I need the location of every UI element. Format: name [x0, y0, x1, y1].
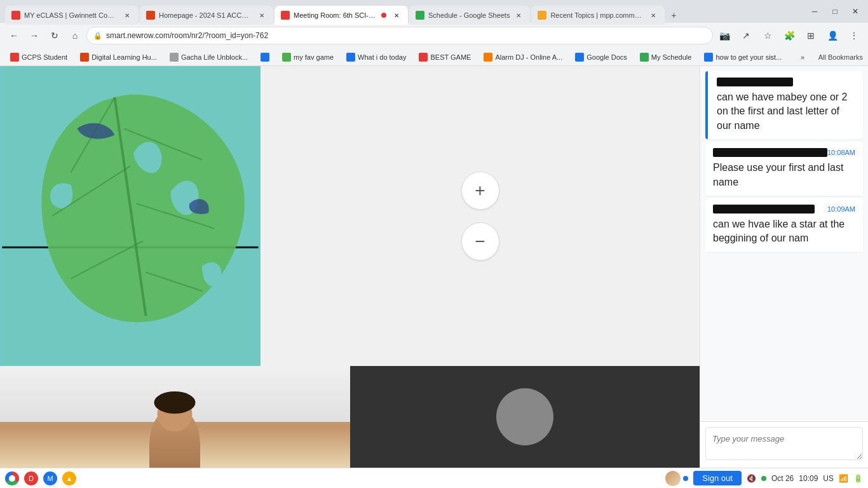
reload-button[interactable]: ↻ — [46, 27, 64, 44]
bookmark-favicon-bestgame — [419, 53, 428, 62]
tab-d2l[interactable]: Homepage - 2024 S1 ACCELER... ✕ — [140, 6, 273, 25]
bookmark-docs[interactable]: Google Docs — [570, 51, 632, 63]
tab-sheets[interactable]: Schedule - Google Sheets ✕ — [409, 6, 530, 25]
bookmark-favicon-gacha — [170, 53, 179, 62]
tab-close-meeting[interactable]: ✕ — [391, 10, 402, 20]
bookmark-schedule[interactable]: My Schedule — [635, 51, 697, 63]
chat-messages: can we have mabey one or 2 on the first … — [700, 66, 868, 421]
video-tile-avatar — [350, 366, 700, 468]
zoom-in-button[interactable]: + — [461, 172, 499, 210]
region-display: US — [823, 474, 834, 483]
message-sender-2 — [713, 148, 827, 157]
bookmark-d2l[interactable]: Digital Learning Hu... — [75, 51, 162, 63]
home-button[interactable]: ⌂ — [66, 27, 84, 44]
all-bookmarks[interactable]: All Bookmarks — [818, 53, 863, 61]
controls-area: + − — [261, 66, 700, 366]
message-text-3: can we hvae like a star at the beggining… — [713, 217, 855, 246]
bookmark-favicon-whatido — [346, 53, 355, 62]
video-strip — [0, 366, 700, 468]
bookmark-unknown[interactable] — [255, 51, 275, 63]
bookmark-label-sister: how to get your sist... — [715, 53, 782, 61]
message-text-1: can we have mabey one or 2 on the first … — [717, 90, 855, 133]
close-button[interactable]: ✕ — [848, 4, 863, 19]
title-bar-controls: ─ □ ✕ — [807, 4, 863, 19]
tabs-area: MY eCLASS | Gwinnett County F... ✕ Homep… — [5, 0, 804, 23]
tab-label-eclass: MY eCLASS | Gwinnett County F... — [24, 11, 118, 19]
extension2-button[interactable]: ⊞ — [802, 27, 820, 44]
bookmark-gacha[interactable]: Gacha Life Unblock... — [165, 51, 253, 63]
minimize-button[interactable]: ─ — [807, 4, 822, 19]
tab-recording-indicator — [381, 13, 386, 18]
status-bar: D M ▲ Sign out 🔇 Oct 26 10:09 US 📶 🔋 — [0, 468, 868, 488]
zoom-out-button[interactable]: − — [461, 222, 499, 261]
tab-eclass[interactable]: MY eCLASS | Gwinnett County F... ✕ — [5, 6, 139, 25]
tab-close-eclass[interactable]: ✕ — [122, 10, 132, 20]
volume-icon: 🔇 — [747, 474, 756, 483]
tab-community[interactable]: Recent Topics | mpp.communi... ✕ — [531, 6, 665, 25]
chat-input[interactable] — [705, 427, 863, 460]
zoom-out-icon: − — [475, 231, 485, 252]
bookmark-label-whatido: What i do today — [358, 53, 406, 61]
profile-button[interactable]: 👤 — [824, 27, 841, 44]
message-sender-1 — [717, 78, 793, 86]
status-avatar-img — [665, 471, 681, 486]
chat-input-area — [700, 421, 868, 468]
leaf-background — [0, 66, 261, 366]
message-time-3: 10:09AM — [827, 205, 855, 213]
forward-button[interactable]: → — [25, 27, 43, 44]
tab-favicon-meeting — [281, 11, 290, 20]
battery-icon: 🔋 — [853, 474, 863, 483]
chat-message-2: 10:08AM Please use your first and last n… — [705, 142, 863, 196]
message-header-3: 10:09AM — [713, 205, 855, 214]
tab-label-meeting: Meeting Room: 6th SCI-Wa... — [294, 11, 377, 19]
online-indicator — [761, 476, 766, 481]
bookmark-favicon-alarm — [484, 53, 492, 62]
bookmark-label-schedule: My Schedule — [651, 53, 692, 61]
menu-button[interactable]: ⋮ — [845, 27, 863, 44]
tray-meet-icon: M — [43, 471, 57, 485]
bookmark-label-gcps: GCPS Student — [22, 53, 67, 61]
bookmark-star-button[interactable]: ☆ — [759, 27, 776, 44]
bookmark-favicon-gcps — [10, 53, 19, 62]
bookmark-label-d2l: Digital Learning Hu... — [92, 53, 157, 61]
avatar-circle — [496, 388, 553, 445]
share-icon-button[interactable]: ↗ — [737, 27, 755, 44]
bookmark-favicon-unknown — [261, 53, 269, 62]
bookmark-label-bestgame: BEST GAME — [430, 53, 471, 61]
chrome-icon — [5, 471, 19, 485]
tab-close-sheets[interactable]: ✕ — [513, 10, 524, 20]
tab-label-sheets: Schedule - Google Sheets — [428, 11, 510, 19]
bookmark-favgame[interactable]: my fav game — [277, 51, 339, 63]
time-display: 10:09 — [799, 474, 818, 483]
bookmark-whatido[interactable]: What i do today — [341, 51, 411, 63]
bookmark-gcps[interactable]: GCPS Student — [5, 51, 72, 63]
bookmarks-bar: GCPS Student Digital Learning Hu... Gach… — [0, 48, 868, 66]
status-dot — [683, 476, 688, 481]
tab-close-community[interactable]: ✕ — [648, 10, 658, 20]
address-bar[interactable]: 🔒 smart.newrow.com/room/nr2/?room_id=yon… — [86, 27, 713, 44]
all-bookmarks-label: All Bookmarks — [818, 53, 863, 61]
video-icon-button[interactable]: 📷 — [715, 27, 733, 44]
chat-panel: can we have mabey one or 2 on the first … — [700, 66, 868, 468]
new-tab-button[interactable]: + — [666, 8, 681, 23]
bookmark-sister[interactable]: how to get your sist... — [699, 51, 787, 63]
zoom-in-icon: + — [475, 180, 485, 201]
page-content: + − — [0, 66, 868, 468]
tab-close-d2l[interactable]: ✕ — [257, 10, 267, 20]
extension1-button[interactable]: 🧩 — [780, 27, 798, 44]
tab-meeting[interactable]: Meeting Room: 6th SCI-Wa... ✕ — [275, 6, 408, 25]
bookmark-label-gacha: Gacha Life Unblock... — [181, 53, 248, 61]
bookmark-alarm[interactable]: Alarm DJ - Online A... — [478, 51, 567, 63]
bookmark-favicon-d2l — [80, 53, 89, 62]
tab-label-community: Recent Topics | mpp.communi... — [550, 11, 644, 19]
bookmark-bestgame[interactable]: BEST GAME — [414, 51, 476, 63]
sign-out-button[interactable]: Sign out — [693, 471, 742, 485]
message-sender-3 — [713, 205, 815, 214]
back-button[interactable]: ← — [5, 27, 23, 44]
slide-area — [0, 66, 261, 366]
more-bookmarks-button[interactable]: » — [796, 52, 810, 62]
nav-bar: ← → ↻ ⌂ 🔒 smart.newrow.com/room/nr2/?roo… — [0, 23, 868, 48]
date-display: Oct 26 — [771, 474, 794, 483]
maximize-button[interactable]: □ — [827, 4, 843, 19]
presentation-area: + − — [0, 66, 700, 366]
